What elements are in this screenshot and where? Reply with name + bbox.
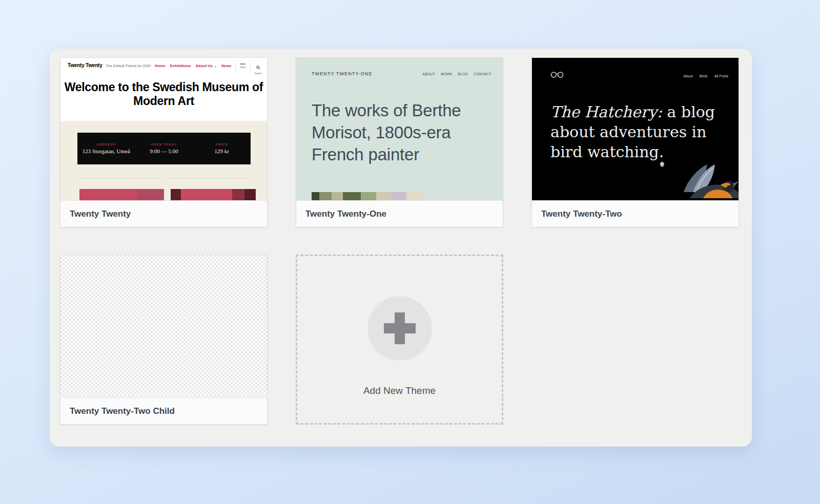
- preview-nav-contact: CONTACT: [474, 72, 491, 76]
- divider: [77, 178, 251, 178]
- preview-site-title: Twenty Twenty: [68, 62, 102, 68]
- info-value: 129 kr: [214, 148, 229, 154]
- theme-card-twenty-twenty-two[interactable]: About Birds All Posts The Hatchery: a bl…: [531, 57, 739, 227]
- theme-name-twenty-twenty[interactable]: Twenty Twenty: [60, 200, 267, 227]
- add-new-theme-card[interactable]: Add New Theme: [296, 255, 503, 425]
- preview-nav: ABOUT WORK BLOG CONTACT: [422, 72, 491, 76]
- preview-site-title: TWENTY TWENTY-ONE: [312, 71, 373, 76]
- theme-screenshot-twenty-twenty[interactable]: Twenty Twenty The Default Theme for 2020…: [60, 58, 267, 200]
- preview-nav-about-us: About Us: [196, 64, 213, 68]
- theme-name-twenty-twenty-one[interactable]: Twenty Twenty-One: [296, 200, 503, 227]
- preview-heading: Welcome to the Swedish Museum of Modern …: [60, 80, 267, 108]
- info-col-address: ADDRESS 123 Storgatan, Umeå: [77, 143, 135, 154]
- info-col-open-today: OPEN TODAY 9:00 — 5:00: [135, 143, 193, 154]
- preview-heading: The Hatchery: a blog about adventures in…: [550, 102, 723, 162]
- info-label: OPEN TODAY: [151, 143, 177, 146]
- theme-card-twenty-twenty-one[interactable]: TWENTY TWENTY-ONE ABOUT WORK BLOG CONTAC…: [296, 57, 503, 227]
- add-new-theme-circle[interactable]: [367, 296, 432, 361]
- divider: [250, 62, 251, 72]
- preview-nav-about: About: [684, 74, 693, 78]
- theme-card-twenty-twenty[interactable]: Twenty Twenty The Default Theme for 2020…: [60, 57, 268, 227]
- preview-nav: About Birds All Posts: [684, 74, 728, 78]
- theme-name-twenty-twenty-two[interactable]: Twenty Twenty-Two: [532, 200, 739, 227]
- plus-icon: [384, 312, 416, 344]
- theme-screenshot-missing-transparent[interactable]: [60, 255, 267, 397]
- preview-gallery-image: [79, 189, 164, 200]
- info-col-price: PRICE 129 kr: [193, 143, 251, 154]
- preview-header: Twenty Twenty The Default Theme for 2020…: [68, 62, 262, 75]
- theme-screenshot-twenty-twenty-two[interactable]: About Birds All Posts The Hatchery: a bl…: [532, 58, 739, 200]
- preview-nav-blog: BLOG: [458, 72, 468, 76]
- preview-gallery-image: [171, 189, 256, 200]
- info-value: 9:00 — 5:00: [150, 148, 178, 154]
- preview-menu-toggle: ••• Menu: [240, 62, 245, 69]
- preview-nav-work: WORK: [441, 72, 452, 76]
- preview-nav-exhibitions: Exhibitions: [170, 64, 191, 68]
- preview-nav: Home Exhibitions About Us ⌄ News: [155, 64, 231, 68]
- preview-header: TWENTY TWENTY-ONE ABOUT WORK BLOG CONTAC…: [312, 71, 491, 76]
- bird-illustration: [644, 161, 739, 200]
- preview-header: About Birds All Posts: [550, 71, 728, 80]
- preview-nav-about: ABOUT: [422, 72, 435, 76]
- menu-dots-icon: •••: [240, 62, 245, 66]
- info-value: 123 Storgatan, Umeå: [83, 148, 130, 154]
- preview-info-bar: ADDRESS 123 Storgatan, Umeå OPEN TODAY 9…: [77, 133, 251, 164]
- preview-nav-birds: Birds: [700, 74, 708, 78]
- themes-panel: Twenty Twenty The Default Theme for 2020…: [50, 49, 752, 447]
- search-icon: [256, 62, 260, 72]
- theme-card-twenty-twenty-two-child[interactable]: Twenty Twenty-Two Child: [60, 255, 268, 425]
- preview-search-toggle: Search: [255, 62, 262, 75]
- info-label: ADDRESS: [96, 143, 116, 146]
- preview-tagline: The Default Theme for 2020: [106, 64, 151, 68]
- themes-grid: Twenty Twenty The Default Theme for 2020…: [60, 57, 739, 425]
- theme-name-twenty-twenty-two-child[interactable]: Twenty Twenty-Two Child: [60, 397, 267, 424]
- preview-painting-image: [312, 192, 423, 200]
- preview-heading: The works of Berthe Morisot, 1800s-era F…: [312, 100, 494, 166]
- add-new-theme-label[interactable]: Add New Theme: [363, 385, 436, 396]
- preview-nav-news: News: [221, 64, 232, 68]
- search-label: Search: [255, 72, 262, 75]
- preview-nav-all-posts: All Posts: [714, 74, 728, 78]
- preview-nav-home: Home: [155, 64, 166, 68]
- theme-screenshot-twenty-twenty-one[interactable]: TWENTY TWENTY-ONE ABOUT WORK BLOG CONTAC…: [296, 58, 503, 200]
- preview-heading-italic: The Hatchery:: [550, 103, 662, 121]
- menu-label: Menu: [240, 66, 245, 69]
- binoculars-logo-icon: [550, 71, 564, 80]
- divider: [235, 62, 236, 72]
- info-label: PRICE: [216, 143, 228, 146]
- preview-brand: Twenty Twenty The Default Theme for 2020: [68, 62, 151, 68]
- chevron-down-icon: ⌄: [214, 64, 217, 68]
